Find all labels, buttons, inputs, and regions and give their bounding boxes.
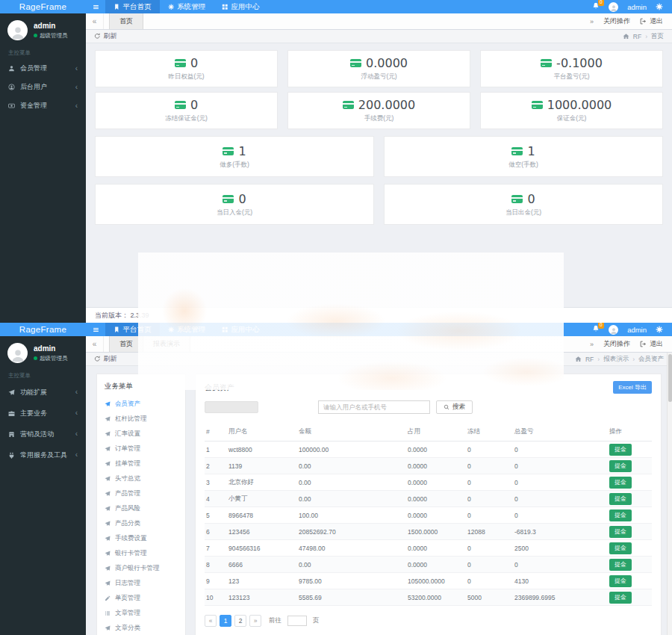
- table-row: 3北京你好0.000.000000提金: [205, 474, 652, 491]
- business-menu-item-label: 产品管理: [115, 489, 140, 498]
- business-menu-item[interactable]: 订单管理: [97, 442, 185, 456]
- breadcrumb-item[interactable]: 报表演示: [603, 355, 629, 364]
- scrollbar-thumb[interactable]: [668, 354, 672, 402]
- user-menu[interactable]: admin: [627, 326, 647, 334]
- sidebar-item-members[interactable]: 会员管理‹: [0, 59, 86, 78]
- business-menu-item[interactable]: 单页管理: [97, 591, 185, 606]
- nav-item-system-admin[interactable]: 系统管理: [160, 0, 214, 13]
- logout-button[interactable]: 退出: [640, 16, 663, 26]
- stat-card: 1做空(手数): [384, 136, 663, 177]
- stat-label: 手续费(元): [364, 114, 394, 123]
- avatar[interactable]: [609, 2, 618, 12]
- chevron-left-icon: ‹: [75, 451, 78, 459]
- nav-item-platform-home[interactable]: 平台首页: [105, 0, 160, 13]
- tab-home[interactable]: 首页: [109, 13, 143, 29]
- close-operations-button[interactable]: 关闭操作: [603, 16, 630, 26]
- pagination-prev-button[interactable]: «: [205, 615, 217, 627]
- gear-icon[interactable]: [656, 3, 663, 10]
- page-number-input[interactable]: [287, 616, 307, 626]
- nav-item-app-center[interactable]: 应用中心: [214, 323, 268, 336]
- filter-select[interactable]: [205, 401, 258, 413]
- business-menu-item[interactable]: 银行卡管理: [97, 546, 185, 561]
- sidebar-item-backend-users[interactable]: 后台用户‹: [0, 78, 86, 96]
- credit-card-icon: [223, 147, 234, 155]
- business-menu-item[interactable]: 头寸总览: [97, 471, 185, 486]
- business-menu-item[interactable]: 文章管理: [97, 606, 185, 621]
- sidebar-toggle-button[interactable]: [86, 323, 105, 336]
- sidebar-item-extensions[interactable]: 功能扩展‹: [0, 382, 86, 403]
- brand-logo[interactable]: RageFrame: [0, 323, 86, 336]
- table-cell: 3: [205, 479, 228, 486]
- scrollbar[interactable]: [667, 353, 672, 635]
- business-menu-item[interactable]: 手续费设置: [97, 531, 185, 546]
- withdraw-button[interactable]: 提金: [609, 575, 632, 587]
- business-menu-item[interactable]: 杠杆比管理: [97, 412, 185, 427]
- withdraw-button[interactable]: 提金: [609, 526, 632, 538]
- column-header: 用户名: [228, 427, 299, 436]
- business-menu-item-label: 文章管理: [115, 609, 140, 618]
- notifications-button[interactable]: 0: [592, 325, 600, 334]
- pagination-page-2[interactable]: 2: [234, 615, 246, 627]
- search-button[interactable]: 搜索: [436, 400, 473, 414]
- table-cell: 123456: [228, 528, 299, 536]
- logout-button[interactable]: 退出: [640, 339, 663, 349]
- excel-export-button[interactable]: Excel 导出: [613, 381, 652, 394]
- tabs-scroll-right[interactable]: »: [590, 341, 594, 348]
- sidebar-item-funds[interactable]: 资金管理‹: [0, 96, 86, 115]
- table-cell: 4130: [514, 577, 609, 585]
- withdraw-button[interactable]: 提金: [609, 542, 632, 554]
- withdraw-button[interactable]: 提金: [609, 477, 632, 489]
- sidebar-item-marketing[interactable]: 营销及活动‹: [0, 424, 86, 444]
- tabs-scroll-right[interactable]: »: [590, 18, 594, 25]
- withdraw-button[interactable]: 提金: [609, 559, 632, 571]
- brand-logo[interactable]: RageFrame: [0, 0, 86, 13]
- stat-card: -0.1000平台盈亏(元): [480, 50, 663, 87]
- stat-value: 1000.0000: [547, 98, 612, 112]
- logout-icon: [640, 341, 647, 347]
- tabs-scroll-left[interactable]: «: [86, 13, 104, 29]
- avatar[interactable]: [609, 325, 618, 335]
- sidebar-toggle-button[interactable]: [86, 0, 105, 13]
- nav-item-system-admin[interactable]: 系统管理: [160, 323, 214, 336]
- sidebar-item-main-business[interactable]: 主要业务‹: [0, 403, 86, 424]
- tab-report-demo[interactable]: 报表演示: [143, 336, 190, 352]
- breadcrumb-item[interactable]: 首页: [651, 32, 664, 41]
- chevron-left-icon: ‹: [75, 102, 78, 110]
- search-input[interactable]: [318, 400, 430, 414]
- gear-icon[interactable]: [656, 326, 663, 333]
- business-menu-item[interactable]: 产品管理: [97, 486, 185, 501]
- breadcrumb-item[interactable]: 会员资产: [638, 355, 664, 364]
- nav-item-platform-home[interactable]: 平台首页: [105, 323, 160, 336]
- refresh-button[interactable]: 刷新: [94, 31, 117, 41]
- pagination-next-button[interactable]: »: [249, 615, 261, 627]
- withdraw-button[interactable]: 提金: [609, 460, 632, 472]
- breadcrumb-item[interactable]: RF: [633, 33, 641, 40]
- breadcrumb-item[interactable]: RF: [585, 356, 594, 363]
- business-menu-item[interactable]: 产品分类: [97, 516, 185, 531]
- table-cell: 5585.69: [299, 594, 408, 601]
- bookmark-icon: [113, 326, 120, 333]
- sidebar-item-tools[interactable]: 常用服务及工具‹: [0, 444, 86, 465]
- withdraw-button[interactable]: 提金: [609, 509, 632, 521]
- table-cell: 0: [467, 495, 514, 503]
- refresh-button[interactable]: 刷新: [94, 354, 117, 364]
- close-operations-button[interactable]: 关闭操作: [603, 339, 630, 349]
- business-menu-item[interactable]: 商户银行卡管理: [97, 561, 185, 576]
- version-footer: 当前版本： 2.3.39: [86, 307, 672, 323]
- withdraw-button[interactable]: 提金: [609, 493, 632, 505]
- nav-item-app-center[interactable]: 应用中心: [214, 0, 268, 13]
- notifications-button[interactable]: 0: [592, 2, 600, 11]
- tabs-scroll-left[interactable]: «: [86, 336, 104, 352]
- business-menu-item[interactable]: 文章分类: [97, 621, 185, 635]
- withdraw-button[interactable]: 提金: [609, 444, 632, 456]
- business-menu-item[interactable]: 会员资产: [97, 397, 185, 412]
- business-menu-item[interactable]: 产品风险: [97, 501, 185, 516]
- business-menu-item[interactable]: 汇率设置: [97, 427, 185, 442]
- pagination-page-1[interactable]: 1: [220, 615, 231, 627]
- withdraw-button[interactable]: 提金: [609, 592, 632, 604]
- credit-card-icon: [350, 59, 361, 67]
- user-menu[interactable]: admin: [627, 3, 647, 11]
- business-menu-item[interactable]: 日志管理: [97, 576, 185, 591]
- business-menu-item[interactable]: 挂单管理: [97, 456, 185, 471]
- tab-home[interactable]: 首页: [109, 336, 143, 352]
